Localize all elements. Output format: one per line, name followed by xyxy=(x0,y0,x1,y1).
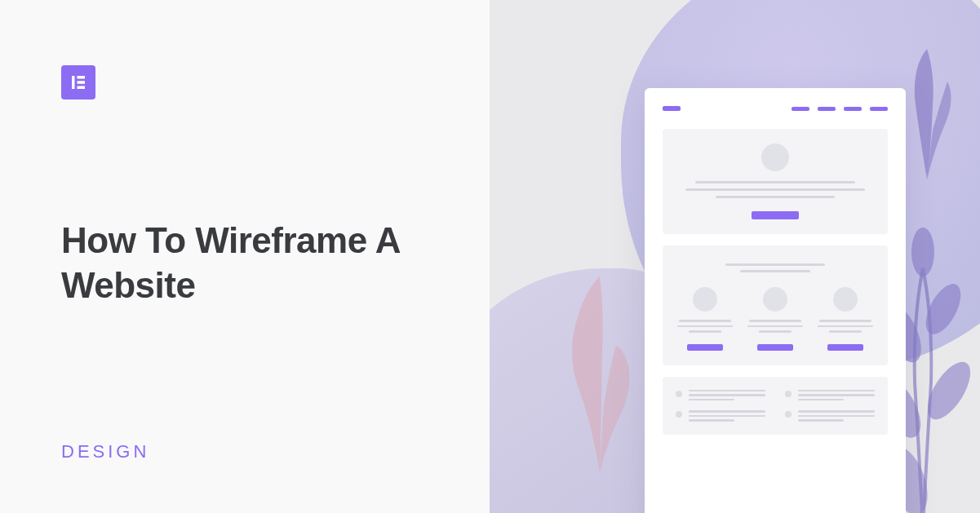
wireframe-list-item xyxy=(785,410,875,422)
svg-rect-2 xyxy=(78,81,86,84)
elementor-icon xyxy=(69,73,87,91)
svg-rect-1 xyxy=(78,76,86,79)
wireframe-image-placeholder xyxy=(761,144,789,171)
brand-logo xyxy=(61,65,95,100)
text-panel: How To Wireframe A Website DESIGN xyxy=(0,0,490,513)
wireframe-mockup xyxy=(645,88,906,513)
leaf-icon xyxy=(563,276,636,472)
wireframe-list-item xyxy=(785,390,875,401)
svg-rect-0 xyxy=(72,76,75,89)
wireframe-list-section xyxy=(663,377,888,435)
wireframe-feature-column xyxy=(746,287,805,351)
wireframe-heading xyxy=(676,263,875,272)
wireframe-features-section xyxy=(663,245,888,365)
wireframe-button-placeholder xyxy=(687,344,723,351)
wireframe-logo-placeholder xyxy=(663,106,681,111)
svg-point-7 xyxy=(920,356,972,427)
svg-point-9 xyxy=(911,228,934,276)
illustration-panel xyxy=(490,0,980,513)
wireframe-nav-item xyxy=(844,107,862,111)
wireframe-nav-item xyxy=(792,107,809,111)
wireframe-button-placeholder xyxy=(827,344,863,351)
wireframe-list-item xyxy=(676,410,765,422)
wireframe-nav-item xyxy=(818,107,836,111)
svg-rect-3 xyxy=(78,86,86,90)
wireframe-button-placeholder xyxy=(752,211,799,219)
wireframe-nav xyxy=(792,107,888,111)
wireframe-bullet-icon xyxy=(785,411,792,418)
wireframe-image-placeholder xyxy=(833,287,858,312)
wireframe-bullet-icon xyxy=(676,411,682,418)
wireframe-image-placeholder xyxy=(763,287,787,312)
leaf-icon xyxy=(898,49,956,179)
wireframe-nav-item xyxy=(870,107,888,111)
wireframe-image-placeholder xyxy=(693,287,717,312)
article-title: How To Wireframe A Website xyxy=(61,218,453,307)
wireframe-button-placeholder xyxy=(757,344,793,351)
wireframe-columns xyxy=(676,287,875,351)
wireframe-bullet-icon xyxy=(785,391,792,397)
wireframe-header xyxy=(663,106,888,111)
wireframe-list-item xyxy=(676,390,765,401)
wireframe-feature-column xyxy=(676,287,734,351)
wireframe-hero-section xyxy=(663,129,888,234)
wireframe-text-lines xyxy=(676,181,875,198)
category-label: DESIGN xyxy=(61,441,149,462)
wireframe-bullet-icon xyxy=(676,391,682,397)
wireframe-feature-column xyxy=(816,287,875,351)
